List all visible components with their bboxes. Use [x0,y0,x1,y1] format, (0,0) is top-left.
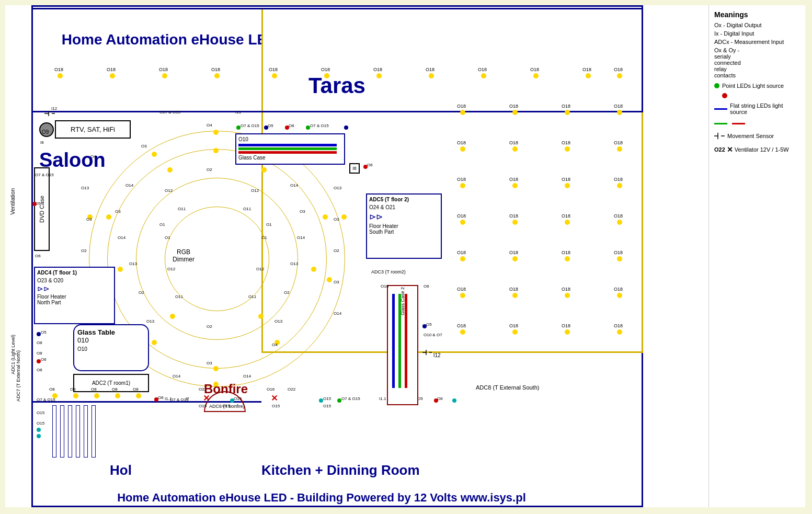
circle-dot-8 [152,340,157,345]
o10-label-top: O10 [238,136,342,142]
o8-label1: O8 [37,340,42,345]
glass-case-label: Glass Case [238,155,342,161]
o-label-o2-b: O2 [207,324,212,329]
mid-dot-3 [261,167,267,173]
hol-label: Hol [110,462,132,478]
o-label-o3-sr: O3 [334,217,339,222]
dot-o18-2 [110,73,115,78]
dot-r4-2 [512,183,518,188]
o-label-o3-sr2: O3 [334,280,339,284]
dot-r2-2 [512,110,518,115]
o-label-o3-l: O3 [115,209,121,214]
legend-panel: Meanings Ox - Digital Output Ix - Digita… [708,5,805,507]
o-label-o13-r: O13 [290,261,298,266]
dot-r4-4 [617,183,622,188]
o6-label2: O6 [289,123,294,128]
hol-line-2 [60,405,64,458]
i1-kit: I1.1 [379,396,386,401]
o-label-o1-l: O1 [165,235,170,240]
o-label-o2-top: O2 [207,167,212,172]
o15-kit2: O15 [323,404,331,408]
dot-r7-1 [460,293,465,298]
o-label-o11-br: O11 [248,294,256,299]
dot-o18-t4 [429,73,434,78]
dot-r2-3 [565,110,570,115]
o-label-o12-l: O12 [167,267,175,271]
gc2-label: Glass Case 2 [388,287,417,316]
gdot-o7o15b [306,125,310,130]
mid-dot-5 [323,214,328,220]
dot-r6-4 [617,256,622,261]
o15-bonfire2: O15 [222,404,230,408]
dot-r4-1 [460,183,465,188]
x-bonfire-2: ✕ [271,393,278,403]
legend-adcx: ADCx - Measurement Input [714,39,800,45]
legend-oxoy: Ox & Oy - serialy connected relay contac… [714,47,800,78]
dot-r7-4 [617,293,622,298]
dot-r8-3 [565,329,570,335]
o7o15-left: O7 & O15 [35,173,54,177]
dot-r3-4 [617,146,622,152]
dot-r5-1 [460,220,465,225]
dot-r3-1 [460,146,465,152]
rtv-box: RTV, SAT, HiFi [55,120,131,139]
dot-o18-4 [214,73,220,78]
o6-left: O6 [35,254,41,258]
bot-o8-3 [94,393,99,398]
dot-r6-3 [565,256,570,261]
legend-ix: Ix - Digital Input [714,30,800,37]
dot-r3-3 [565,146,570,152]
bot-o8-l2: O8 [70,387,76,392]
o-label-o12-r: O12 [256,267,264,271]
o10-gc2: O10 [381,284,388,289]
i8-connector: I8 [349,163,360,174]
legend-flat-led: Flat string LEDs light source [714,102,800,115]
saloon-border-top [31,8,643,112]
dot-o18-t5 [481,73,486,78]
glass-table-010: 010 [77,336,145,344]
i11-label: I11 [235,110,241,115]
o10o7-gc2: O10 & O7 [424,333,442,337]
i12-label-tl: I12 [51,106,57,111]
dot-o18-1 [58,73,63,78]
legend-ox: Ox - Digital Output [714,22,800,28]
legend-point-led: Point LEDs Light source [714,83,800,89]
o7o15-bot: O7 & O15 [37,397,55,402]
o22-legend: O22 [714,146,725,153]
o-label-03-tl: O3 [141,144,147,149]
bdot-o5b [344,125,348,130]
o5-gc2: O5 [426,322,432,327]
dot-o18-t1 [272,73,277,78]
bot-o8-l4: O8 [112,387,118,392]
dot-r5-4 [617,220,622,225]
cyan-bot-1 [37,428,41,432]
o15-bonfire1: O15 [199,404,207,408]
o9-label: O9 [42,129,49,135]
o5-left2: O5 [41,330,47,335]
adc3-label: ADC3 (T room2) [371,269,406,275]
dot-r5-3 [565,220,570,225]
mid-dot-2 [167,167,173,173]
dot-r6-1 [460,256,465,261]
o-label-o4-br: O4 [272,342,278,347]
dot-r2-4 [617,110,622,115]
o-label-o2-sr: O2 [334,248,339,253]
o-label-o12-tl: O12 [165,188,173,193]
o-label-o14-r: O14 [290,183,298,188]
i7-label: I7 [186,396,189,401]
o-label-o14-ml: O14 [118,235,125,240]
o15-bl1: O15 [37,410,44,415]
bottom-title: Home Automation eHouse LED - Building Po… [34,491,609,505]
dot-r5-2 [512,220,518,225]
cyan-bot-2 [37,434,41,438]
bdot-o5-left [37,332,41,336]
o-label-o11-bl: O11 [175,294,183,299]
mid-dot-7 [311,267,316,272]
dot-r7-2 [512,293,518,298]
o-label-o13-bl: O13 [146,319,154,324]
o-label-o2-l: O2 [139,290,144,295]
o-label-o3-r: O3 [300,209,305,214]
o-label-o1-mr: O1 [266,222,272,227]
bot-o8-5 [136,393,141,398]
rdot-o6-left [37,359,41,363]
